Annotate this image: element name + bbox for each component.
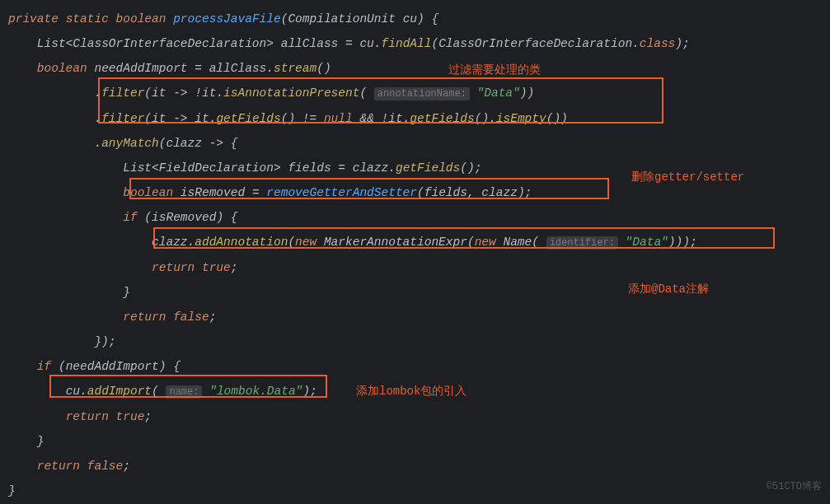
code-line: if (isRemoved) { xyxy=(8,205,830,230)
code-line: }); xyxy=(8,329,830,354)
code-editor[interactable]: private static boolean processJavaFile(C… xyxy=(8,7,830,503)
code-line: return true; xyxy=(8,255,830,280)
code-line: List<ClassOrInterfaceDeclaration> allCla… xyxy=(8,31,830,56)
code-line: cu.addImport( name: "lombok.Data"); xyxy=(8,379,830,404)
code-line: return false; xyxy=(8,305,830,329)
code-line: boolean needAddImport = allClass.stream(… xyxy=(8,56,830,81)
code-line: clazz.addAnnotation(new MarkerAnnotation… xyxy=(8,230,830,255)
code-line: private static boolean processJavaFile(C… xyxy=(8,7,830,31)
code-line: .anyMatch(clazz -> { xyxy=(8,131,830,156)
code-line: return false; xyxy=(8,454,830,478)
code-line: .filter(it -> !it.isAnnotationPresent( a… xyxy=(8,81,830,106)
code-line: if (needAddImport) { xyxy=(8,354,830,379)
code-line: return true; xyxy=(8,404,830,429)
watermark: ©51CTO博客 xyxy=(767,474,822,499)
code-line: } xyxy=(8,478,830,503)
code-line: } xyxy=(8,280,830,305)
code-line: List<FieldDeclaration> fields = clazz.ge… xyxy=(8,156,830,180)
code-line: boolean isRemoved = removeGetterAndSette… xyxy=(8,180,830,205)
code-line: .filter(it -> it.getFields() != null && … xyxy=(8,106,830,131)
code-line: } xyxy=(8,429,830,454)
